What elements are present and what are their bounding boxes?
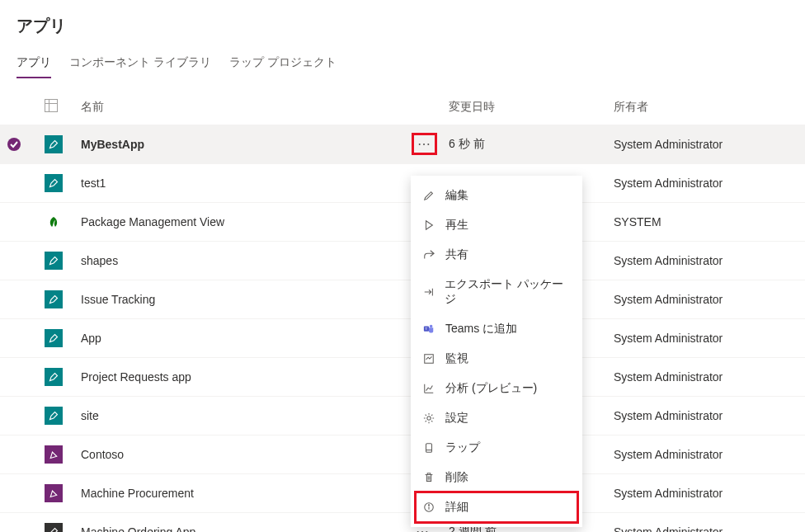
table-row[interactable]: Project Requests appSystem Administrator <box>0 358 805 397</box>
svg-point-5 <box>427 417 431 420</box>
column-options-button[interactable] <box>38 89 74 125</box>
menu-item-monitor[interactable]: 監視 <box>411 344 582 374</box>
context-menu: 編集再生共有エクスポート パッケージTTeams に追加監視分析 (プレビュー)… <box>411 176 582 527</box>
teal-edit-icon <box>45 368 63 386</box>
tab-2[interactable]: ラップ プロジェクト <box>229 50 337 78</box>
info-icon <box>422 501 435 514</box>
menu-item-label: 監視 <box>445 351 468 366</box>
app-name[interactable]: Project Requests app <box>74 358 409 397</box>
owner-cell: System Administrator <box>607 319 805 358</box>
menu-item-share[interactable]: 共有 <box>411 240 582 270</box>
column-options-icon <box>45 99 58 112</box>
teal-edit-icon <box>45 290 63 308</box>
owner-cell: SYSTEM <box>607 203 805 242</box>
menu-item-analytics[interactable]: 分析 (プレビュー) <box>411 374 582 403</box>
owner-cell: System Administrator <box>607 125 805 164</box>
owner-cell: System Administrator <box>607 280 805 319</box>
table-row[interactable]: ContosoSystem Administrator <box>0 435 805 474</box>
play-icon <box>422 219 435 232</box>
owner-cell: System Administrator <box>607 513 805 533</box>
teams-icon: T <box>422 322 435 336</box>
menu-item-label: 設定 <box>445 411 468 426</box>
table-header-row: 名前 変更日時 所有者 <box>0 89 805 125</box>
menu-item-label: Teams に追加 <box>445 322 517 337</box>
table-row[interactable]: Package Management ViewSYSTEM <box>0 203 805 242</box>
selected-check-icon <box>7 137 21 152</box>
menu-item-settings[interactable]: 設定 <box>411 403 582 433</box>
table-row[interactable]: Machine Ordering App⋯2 週間 前System Admini… <box>0 513 805 533</box>
share-icon <box>422 248 435 261</box>
dark-icon <box>45 523 63 532</box>
tabs: アプリコンポーネント ライブラリラップ プロジェクト <box>0 44 805 79</box>
col-header-owner[interactable]: 所有者 <box>607 89 805 125</box>
app-name[interactable]: Machine Procurement <box>74 474 409 513</box>
menu-item-label: 共有 <box>445 247 468 262</box>
owner-cell: System Administrator <box>607 242 805 280</box>
more-actions-button[interactable]: ⋯ <box>416 137 433 151</box>
table-row[interactable]: Machine ProcurementSystem Administrator <box>0 474 805 513</box>
col-header-name[interactable]: 名前 <box>74 89 409 125</box>
svg-point-0 <box>7 138 21 151</box>
menu-item-label: 編集 <box>445 188 468 203</box>
menu-item-label: 分析 (プレビュー) <box>445 381 537 396</box>
delete-icon <box>422 471 435 484</box>
table-row[interactable]: test1System Administrator <box>0 164 805 203</box>
teal-edit-icon <box>45 329 63 347</box>
owner-cell: System Administrator <box>607 164 805 203</box>
tab-1[interactable]: コンポーネント ライブラリ <box>69 50 211 78</box>
svg-point-10 <box>428 505 429 506</box>
table-row[interactable]: siteSystem Administrator <box>0 397 805 435</box>
app-name[interactable]: Machine Ordering App <box>74 513 409 533</box>
table-row[interactable]: AppSystem Administrator <box>0 319 805 358</box>
table-row[interactable]: Issue TrackingSystem Administrator <box>0 280 805 319</box>
teal-edit-icon <box>45 252 63 270</box>
owner-cell: System Administrator <box>607 435 805 474</box>
menu-item-info[interactable]: 詳細 <box>411 492 582 522</box>
teal-edit-icon <box>45 407 63 425</box>
menu-item-wrap[interactable]: ラップ <box>411 433 582 463</box>
app-name[interactable]: MyBestApp <box>74 125 409 164</box>
svg-rect-4 <box>425 355 434 364</box>
table-row[interactable]: shapesSystem Administrator <box>0 242 805 280</box>
app-name[interactable]: site <box>74 397 409 435</box>
export-icon <box>422 285 435 299</box>
leaf-icon <box>45 213 63 231</box>
apps-table: 名前 変更日時 所有者 MyBestApp⋯編集再生共有エクスポート パッケージ… <box>0 89 805 532</box>
app-name[interactable]: test1 <box>74 164 409 203</box>
tab-0[interactable]: アプリ <box>16 50 51 78</box>
col-header-modified[interactable]: 変更日時 <box>442 89 607 125</box>
pencil-icon <box>422 189 435 202</box>
menu-item-export[interactable]: エクスポート パッケージ <box>411 270 582 314</box>
wrap-icon <box>422 441 435 454</box>
modified-cell: 6 秒 前 <box>442 125 607 164</box>
svg-point-2 <box>430 325 433 328</box>
app-name[interactable]: Issue Tracking <box>74 280 409 319</box>
menu-item-label: 詳細 <box>445 500 468 515</box>
menu-item-pencil[interactable]: 編集 <box>411 181 582 210</box>
purple-icon <box>45 484 63 502</box>
menu-item-delete[interactable]: 削除 <box>411 463 582 492</box>
teal-edit-icon <box>45 174 63 192</box>
app-name[interactable]: shapes <box>74 242 409 280</box>
menu-item-label: 再生 <box>445 218 468 233</box>
purple-icon <box>45 445 63 464</box>
app-name[interactable]: App <box>74 319 409 358</box>
app-name[interactable]: Package Management View <box>74 203 409 242</box>
menu-item-label: ラップ <box>445 440 480 455</box>
svg-rect-6 <box>426 444 432 453</box>
table-row[interactable]: MyBestApp⋯編集再生共有エクスポート パッケージTTeams に追加監視… <box>0 125 805 164</box>
page-title: アプリ <box>0 0 805 44</box>
menu-item-label: 削除 <box>445 470 468 485</box>
analytics-icon <box>422 382 435 395</box>
owner-cell: System Administrator <box>607 474 805 513</box>
menu-item-play[interactable]: 再生 <box>411 210 582 240</box>
owner-cell: System Administrator <box>607 358 805 397</box>
menu-item-teams[interactable]: TTeams に追加 <box>411 314 582 344</box>
monitor-icon <box>422 352 435 365</box>
settings-icon <box>422 412 435 425</box>
owner-cell: System Administrator <box>607 397 805 435</box>
menu-item-label: エクスポート パッケージ <box>445 277 571 307</box>
svg-text:T: T <box>426 327 428 331</box>
app-name[interactable]: Contoso <box>74 435 409 474</box>
teal-edit-icon <box>45 135 63 153</box>
